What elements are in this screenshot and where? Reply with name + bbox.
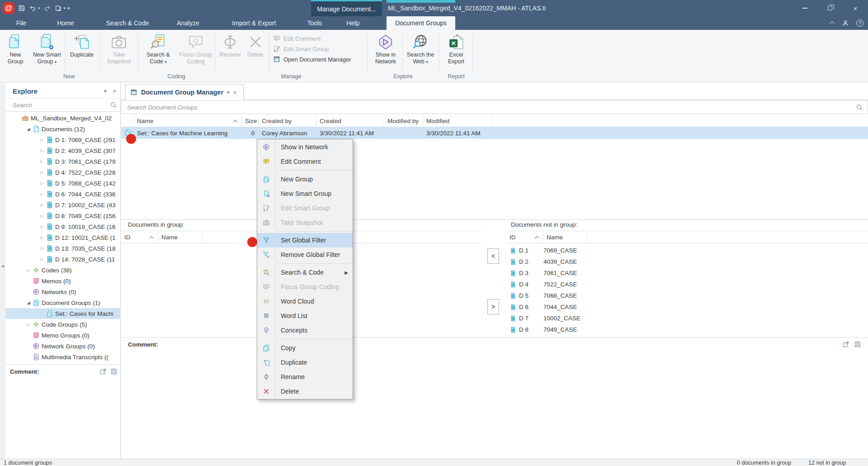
- tree-expand-arrow-icon[interactable]: ▷: [39, 214, 45, 218]
- column-header-name[interactable]: Name: [158, 231, 203, 243]
- tree-item[interactable]: ▷Code Groups (5): [5, 319, 121, 330]
- tree-item[interactable]: ML_Sandbox_Merged_V4_02: [5, 113, 121, 124]
- tree-item[interactable]: Network Groups (0): [5, 341, 121, 352]
- column-header-size[interactable]: Size: [242, 115, 259, 127]
- new-group-button[interactable]: New Group: [3, 31, 28, 73]
- menu-item-edit-comment[interactable]: Edit Comment: [257, 154, 353, 169]
- undo-dropdown-icon[interactable]: ▾: [38, 6, 40, 10]
- menu-item-new-group[interactable]: New Group: [257, 172, 353, 186]
- panel-close-icon[interactable]: ×: [113, 88, 116, 95]
- tree-expand-arrow-icon[interactable]: ▷: [25, 268, 32, 272]
- redo-icon[interactable]: [44, 5, 51, 12]
- undo-icon[interactable]: [29, 5, 36, 12]
- tab-tools[interactable]: Tools: [301, 16, 328, 30]
- collapse-ribbon-icon[interactable]: [830, 21, 835, 26]
- menu-item-rename[interactable]: Rename: [257, 370, 353, 384]
- tree-item[interactable]: ▷D 4: 7522_CASE (228: [5, 167, 121, 178]
- move-out-of-group-button[interactable]: >: [487, 299, 499, 314]
- panel-dropdown-icon[interactable]: ▾: [104, 88, 107, 94]
- search-and-code-button[interactable]: Search & Code ▾: [141, 31, 175, 73]
- tab-help[interactable]: Help: [341, 16, 365, 30]
- tab-import-export[interactable]: Import & Export: [221, 16, 288, 30]
- column-header-id[interactable]: ID: [121, 231, 158, 243]
- document-group-row-selected[interactable]: Set:: Cases for Machine Learning 0 Corey…: [121, 127, 868, 139]
- menu-item-set-global-filter[interactable]: Set Global Filter: [257, 233, 353, 247]
- tree-item[interactable]: ◢Documents (12): [5, 124, 121, 134]
- tree-expand-arrow-icon[interactable]: ▷: [39, 192, 45, 196]
- account-icon[interactable]: [842, 19, 849, 27]
- tree-item[interactable]: ▷Codes (38): [5, 265, 121, 276]
- minimize-button[interactable]: [792, 0, 817, 16]
- explore-search-box[interactable]: Search: [5, 98, 121, 112]
- menu-item-word-list[interactable]: Word List: [257, 309, 353, 323]
- collapse-panel-arrow-icon[interactable]: ◀: [1, 264, 4, 268]
- column-header-name[interactable]: Name: [543, 231, 588, 243]
- tab-home[interactable]: Home: [51, 16, 80, 30]
- not-in-group-row[interactable]: D 24039_CASE: [506, 256, 868, 267]
- excel-export-button[interactable]: Excel Export: [442, 31, 470, 73]
- move-to-group-button[interactable]: <: [487, 248, 499, 264]
- tree-item[interactable]: Networks (0): [5, 286, 121, 297]
- floating-tool-tab[interactable]: Manage Document...: [311, 0, 382, 16]
- tree-expand-arrow-icon[interactable]: ▷: [39, 138, 45, 142]
- tree-collapse-arrow-icon[interactable]: ◢: [25, 300, 32, 305]
- tree-expand-arrow-icon[interactable]: ▷: [39, 235, 45, 240]
- not-in-group-row[interactable]: D 37061_CASE: [506, 267, 868, 279]
- tree-item[interactable]: ▷D 6: 7044_CASE (336: [5, 189, 121, 200]
- tree-expand-arrow-icon[interactable]: ▷: [39, 181, 45, 185]
- tree-expand-arrow-icon[interactable]: ▷: [39, 159, 45, 164]
- tree-item[interactable]: ▷D 7: 10002_CASE (43: [5, 200, 121, 210]
- save-comment-icon[interactable]: [110, 368, 118, 375]
- tree-expand-arrow-icon[interactable]: ▷: [39, 224, 45, 229]
- column-header-created[interactable]: Created: [316, 115, 384, 127]
- menu-item-delete[interactable]: Delete: [257, 384, 353, 399]
- open-comment-external-icon[interactable]: [99, 368, 107, 375]
- not-in-group-row[interactable]: D 67044_CASE: [506, 301, 868, 313]
- tree-item[interactable]: Multimedia Transcripts ((: [5, 352, 121, 362]
- menu-item-word-cloud[interactable]: Word Cloud: [257, 294, 353, 309]
- tree-item[interactable]: Set:: Cases for Machi: [5, 308, 121, 319]
- tab-file[interactable]: File: [10, 16, 33, 30]
- tree-item[interactable]: ▷D 13: 7035_CASE (18: [5, 243, 121, 254]
- menu-item-concepts[interactable]: Concepts: [257, 323, 353, 338]
- column-header-id[interactable]: ID: [506, 231, 543, 243]
- customize-toolbar-icon[interactable]: ▾: [67, 5, 70, 11]
- menu-item-duplicate[interactable]: Duplicate: [257, 355, 353, 370]
- tab-analyze[interactable]: Analyze: [170, 16, 206, 30]
- open-document-manager-button[interactable]: Open Document Manager: [273, 54, 367, 64]
- tree-item[interactable]: ▷D 3: 7061_CASE (179: [5, 156, 121, 167]
- manager-tab[interactable]: Document Group Manager ▾ ×: [125, 84, 244, 100]
- tree-expand-arrow-icon[interactable]: ▷: [39, 203, 45, 207]
- menu-item-remove-global-filter[interactable]: Remove Global Filter: [257, 247, 353, 262]
- tree-item[interactable]: ▷D 2: 4039_CASE (307: [5, 145, 121, 156]
- menu-item-search-code[interactable]: Search & Code▶: [257, 265, 353, 280]
- tree-expand-arrow-icon[interactable]: ▷: [39, 148, 45, 153]
- not-in-group-row[interactable]: D 710002_CASE: [506, 313, 868, 324]
- not-in-group-row[interactable]: D 17069_CASE: [506, 245, 868, 256]
- column-header-modified[interactable]: Modified: [423, 115, 492, 127]
- window-switch-dropdown-icon[interactable]: ▾: [64, 6, 66, 10]
- panel-collapse-strip[interactable]: ◀: [0, 83, 5, 459]
- open-comment-external-icon[interactable]: [842, 341, 849, 348]
- window-switch-icon[interactable]: [55, 5, 62, 12]
- tree-collapse-arrow-icon[interactable]: ◢: [25, 127, 32, 131]
- tree-item[interactable]: ▷D 8: 7049_CASE (156: [5, 210, 121, 221]
- tree-expand-arrow-icon[interactable]: ▷: [39, 257, 45, 262]
- tree-item[interactable]: ▷D 1: 7069_CASE (291: [5, 134, 121, 145]
- not-in-group-row[interactable]: D 87049_CASE: [506, 324, 868, 335]
- tab-dropdown-icon[interactable]: ▾: [227, 90, 230, 95]
- not-in-group-row[interactable]: D 47522_CASE: [506, 279, 868, 290]
- tree-item[interactable]: ▷D 9: 10018_CASE (16: [5, 221, 121, 232]
- atlas-logo-icon[interactable]: @: [3, 2, 14, 14]
- tab-close-icon[interactable]: ×: [233, 89, 237, 96]
- column-header-modified-by[interactable]: Modified by: [384, 115, 423, 127]
- tree-item[interactable]: ▷D 14: 7028_CASE (11: [5, 254, 121, 265]
- duplicate-button[interactable]: Duplicate: [67, 31, 97, 73]
- save-icon[interactable]: [18, 5, 25, 12]
- save-comment-icon[interactable]: [854, 341, 861, 348]
- tree-expand-arrow-icon[interactable]: ▷: [39, 170, 45, 175]
- tab-search-and-code[interactable]: Search & Code: [99, 16, 156, 30]
- new-smart-group-button[interactable]: New Smart Group ▾: [30, 31, 64, 73]
- tree-expand-arrow-icon[interactable]: ▷: [25, 322, 32, 327]
- restore-button[interactable]: [817, 0, 843, 16]
